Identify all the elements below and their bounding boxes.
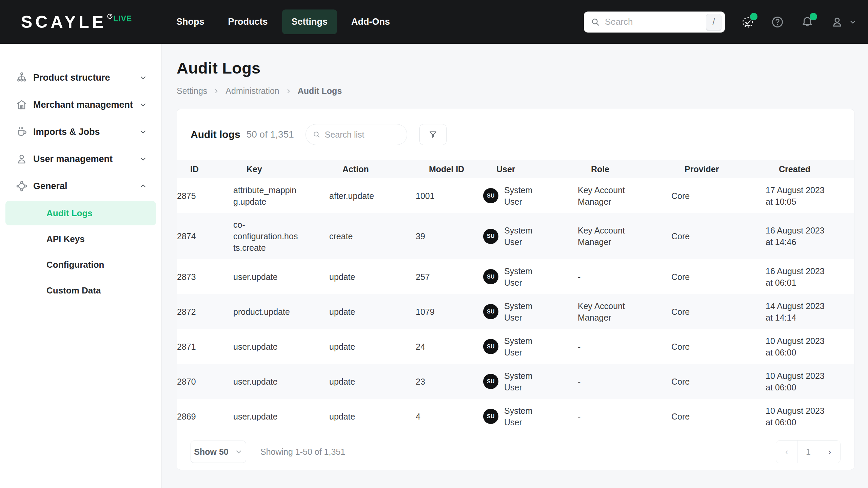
chevron-down-icon xyxy=(139,128,147,136)
top-navbar: SCAYLE LIVE Shops Products Settings Add-… xyxy=(0,0,868,44)
nav-item-shops[interactable]: Shops xyxy=(167,9,214,34)
sidebar-item-user-management[interactable]: User management xyxy=(0,145,161,172)
cell-action: update xyxy=(329,376,416,387)
sidebar-item-general[interactable]: General xyxy=(0,172,161,200)
user-menu-icon xyxy=(829,14,845,30)
cell-created: 10 August 2023at 06:00 xyxy=(766,370,854,393)
cell-role: Key Account Manager xyxy=(578,184,671,207)
table-row[interactable]: 2871 user.update update 24 SU System Use… xyxy=(177,329,854,364)
cell-created: 10 August 2023at 06:00 xyxy=(766,405,854,428)
page-size-select[interactable]: Show 50 xyxy=(191,441,246,463)
cell-role: - xyxy=(578,376,671,387)
cell-provider: Core xyxy=(671,271,766,283)
sidebar-item-imports-jobs[interactable]: Imports & Jobs xyxy=(0,118,161,145)
cell-model-id: 24 xyxy=(416,341,483,352)
cell-role: - xyxy=(578,411,671,422)
table-row[interactable]: 2870 user.update update 23 SU System Use… xyxy=(177,364,854,399)
avatar: SU xyxy=(483,188,498,203)
user-name: System User xyxy=(504,370,544,393)
cell-user: SU System User xyxy=(483,300,578,323)
cell-model-id: 4 xyxy=(416,411,483,422)
chevron-right-icon xyxy=(213,88,219,94)
column-header-model-id: Model ID xyxy=(429,164,496,174)
sidebar-item-product-structure[interactable]: Product structure xyxy=(0,64,161,91)
list-search-input[interactable]: Search list xyxy=(305,124,407,145)
breadcrumb-settings[interactable]: Settings xyxy=(177,86,207,96)
user-name: System User xyxy=(504,225,544,248)
chevron-down-icon xyxy=(139,74,147,82)
trademark-icon xyxy=(107,14,113,19)
cell-user: SU System User xyxy=(483,265,578,288)
sidebar-item-label: General xyxy=(33,181,67,191)
cell-user: SU System User xyxy=(483,335,578,358)
table-row[interactable]: 2873 user.update update 257 SU System Us… xyxy=(177,259,854,294)
search-shortcut-key: / xyxy=(706,14,722,30)
cell-user: SU System User xyxy=(483,184,578,207)
main-content: Audit Logs Settings Administration Audit… xyxy=(162,44,868,488)
column-header-user: User xyxy=(496,164,591,174)
cell-action: create xyxy=(329,230,416,242)
sidebar-item-merchant-management[interactable]: Merchant management xyxy=(0,91,161,118)
cell-user: SU System User xyxy=(483,370,578,393)
user-name: System User xyxy=(504,405,544,428)
help-icon[interactable] xyxy=(770,14,785,30)
table-row[interactable]: 2874 co-configuration.hosts.create creat… xyxy=(177,213,854,259)
hierarchy-icon xyxy=(16,72,28,84)
chevron-down-icon xyxy=(139,101,147,109)
table-header-row: ID Key Action Model ID User Role Provide… xyxy=(177,160,854,178)
cell-role: - xyxy=(578,341,671,352)
status-check-icon[interactable] xyxy=(740,14,755,30)
search-placeholder: Search xyxy=(605,17,633,27)
previous-page-button[interactable]: ‹ xyxy=(776,441,797,463)
result-count: 50 of 1,351 xyxy=(246,129,294,140)
mug-icon xyxy=(16,126,28,138)
breadcrumb-administration[interactable]: Administration xyxy=(225,86,279,96)
audit-logs-card: Audit logs 50 of 1,351 Search list ID Ke… xyxy=(177,109,854,470)
sidebar-subitem-api-keys[interactable]: API Keys xyxy=(5,227,156,251)
nav-item-settings[interactable]: Settings xyxy=(282,9,337,34)
sidebar-subitem-configuration[interactable]: Configuration xyxy=(5,252,156,277)
global-search-input[interactable]: Search / xyxy=(584,12,725,33)
showing-range-label: Showing 1-50 of 1,351 xyxy=(260,447,345,457)
cell-provider: Core xyxy=(671,411,766,422)
cell-created: 16 August 2023at 14:46 xyxy=(766,225,854,248)
breadcrumb-current: Audit Logs xyxy=(298,86,342,96)
cell-id: 2873 xyxy=(177,271,233,283)
cell-created: 14 August 2023at 14:14 xyxy=(766,300,854,323)
column-header-provider: Provider xyxy=(685,164,779,174)
notifications-icon[interactable] xyxy=(800,14,815,30)
user-name: System User xyxy=(504,335,544,358)
cell-action: update xyxy=(329,306,416,318)
card-header: Audit logs 50 of 1,351 Search list xyxy=(177,109,854,160)
table-row[interactable]: 2875 attribute_mapping.update after.upda… xyxy=(177,178,854,213)
table-row[interactable]: 2869 user.update update 4 SU System User… xyxy=(177,399,854,434)
scayle-logo[interactable]: SCAYLE LIVE xyxy=(21,12,132,32)
card-title: Audit logs xyxy=(191,129,240,140)
cell-model-id: 1001 xyxy=(416,190,483,202)
cell-key: user.update xyxy=(233,341,329,352)
cell-model-id: 1079 xyxy=(416,306,483,318)
cell-id: 2869 xyxy=(177,411,233,422)
cell-id: 2871 xyxy=(177,341,233,352)
sidebar: Product structure Merchant management Im… xyxy=(0,44,162,488)
table-row[interactable]: 2872 product.update update 1079 SU Syste… xyxy=(177,294,854,329)
sidebar-item-label: Product structure xyxy=(33,73,110,83)
breadcrumb: Settings Administration Audit Logs xyxy=(177,86,854,96)
cell-id: 2874 xyxy=(177,230,233,242)
live-badge: LIVE xyxy=(113,14,132,23)
cell-user: SU System User xyxy=(483,225,578,248)
cell-action: update xyxy=(329,341,416,352)
user-menu[interactable] xyxy=(829,14,856,30)
cell-id: 2870 xyxy=(177,376,233,387)
sidebar-item-label: User management xyxy=(33,154,113,164)
next-page-button[interactable]: › xyxy=(819,441,840,463)
cell-created: 17 August 2023at 10:05 xyxy=(766,184,854,207)
filter-button[interactable] xyxy=(419,124,447,145)
sidebar-subitem-custom-data[interactable]: Custom Data xyxy=(5,278,156,303)
nav-item-addons[interactable]: Add-Ons xyxy=(342,9,399,34)
column-header-key: Key xyxy=(246,164,342,174)
page-size-label: Show 50 xyxy=(194,447,228,457)
sidebar-subitem-audit-logs[interactable]: Audit Logs xyxy=(5,201,156,225)
nav-item-products[interactable]: Products xyxy=(219,9,277,34)
logo-wordmark: SCAYLE xyxy=(21,12,106,32)
